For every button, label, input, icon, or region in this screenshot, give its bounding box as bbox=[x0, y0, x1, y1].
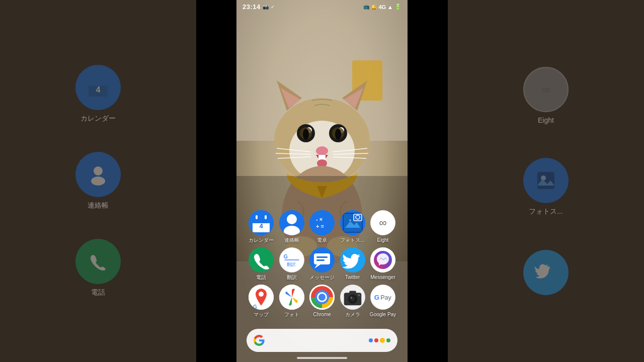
svg-rect-87 bbox=[349, 291, 356, 294]
app-contacts-label: 連絡帳 bbox=[284, 237, 299, 243]
search-bar[interactable] bbox=[247, 329, 397, 352]
app-maps[interactable]: G マップ bbox=[247, 285, 276, 318]
svg-rect-42 bbox=[253, 217, 270, 220]
home-indicator[interactable] bbox=[297, 357, 347, 359]
app-calc-label: 電卓 bbox=[317, 237, 327, 243]
app-messages[interactable]: メッセージ bbox=[307, 247, 337, 281]
svg-text:G: G bbox=[374, 294, 379, 301]
svg-point-24 bbox=[316, 146, 328, 155]
bg-photos-bg: フォトス... bbox=[523, 158, 569, 216]
status-icons: 📺 🔔 4G ▲ 🔋 bbox=[363, 4, 401, 10]
bg-contacts: 連絡帳 bbox=[75, 152, 121, 210]
app-twitter-label: Twitter bbox=[345, 275, 360, 281]
app-gpay[interactable]: G Pay Google Pay bbox=[368, 285, 397, 318]
screen-cast-icon: 📺 bbox=[363, 4, 369, 10]
app-phone-label: 電話 bbox=[256, 275, 266, 281]
app-camera[interactable]: カメラ bbox=[338, 285, 367, 318]
bg-phone: 電話 bbox=[75, 239, 121, 297]
svg-text:G: G bbox=[283, 253, 287, 259]
app-eight[interactable]: ∞ Eight bbox=[368, 210, 397, 243]
svg-rect-49 bbox=[309, 210, 335, 235]
svg-text:+  =: + = bbox=[316, 223, 324, 229]
svg-point-47 bbox=[287, 214, 297, 224]
app-contacts[interactable]: 連絡帳 bbox=[277, 210, 306, 243]
svg-text:-  ×: - × bbox=[316, 216, 323, 222]
svg-point-74 bbox=[259, 292, 264, 297]
svg-text:4: 4 bbox=[96, 85, 101, 94]
background-left: 4 カレンダー 連絡帳 電話 bbox=[0, 0, 196, 362]
svg-rect-66 bbox=[314, 253, 330, 264]
background-right: ∞ Eight フォトス... bbox=[448, 0, 644, 362]
svg-point-57 bbox=[356, 215, 360, 219]
svg-rect-26 bbox=[321, 155, 326, 160]
app-row-3: G マップ フォト bbox=[247, 285, 397, 318]
bg-eight: ∞ Eight bbox=[523, 67, 569, 124]
svg-rect-45 bbox=[265, 215, 267, 219]
app-calendar[interactable]: 4 カレンダー bbox=[247, 210, 276, 243]
svg-rect-44 bbox=[256, 215, 258, 219]
svg-point-80 bbox=[318, 294, 326, 301]
check-icon: ✓ bbox=[271, 4, 275, 10]
app-row-1: 4 カレンダー 連絡帳 bbox=[247, 210, 397, 243]
status-time: 23:14 bbox=[243, 3, 261, 11]
svg-point-88 bbox=[358, 294, 360, 296]
app-pinwheel[interactable]: フォト bbox=[277, 285, 306, 318]
app-photos[interactable]: フォトス... bbox=[338, 210, 367, 243]
svg-text:Pay: Pay bbox=[380, 294, 391, 301]
app-chrome-label: Chrome bbox=[313, 312, 331, 318]
app-twitter[interactable]: Twitter bbox=[338, 247, 367, 281]
app-translate[interactable]: G 翻訳 翻訳 bbox=[277, 247, 306, 281]
app-messenger[interactable]: Messenger bbox=[368, 247, 397, 281]
app-camera-label: カメラ bbox=[345, 312, 360, 318]
app-calendar-label: カレンダー bbox=[249, 237, 274, 243]
app-eight-label: Eight bbox=[377, 237, 389, 243]
app-pinwheel-label: フォト bbox=[284, 312, 299, 318]
svg-point-3 bbox=[94, 166, 103, 175]
google-logo bbox=[254, 335, 265, 346]
app-chrome[interactable]: Chrome bbox=[307, 285, 337, 318]
svg-point-23 bbox=[335, 129, 341, 140]
signal-icon: ▲ bbox=[387, 4, 393, 10]
svg-point-6 bbox=[541, 175, 546, 180]
svg-rect-5 bbox=[537, 172, 554, 189]
svg-text:4: 4 bbox=[259, 222, 263, 230]
svg-point-86 bbox=[350, 297, 352, 299]
phone-screen: 23:14 📷 ✓ 📺 🔔 4G ▲ 🔋 bbox=[236, 0, 408, 362]
svg-rect-69 bbox=[316, 259, 325, 261]
bg-calendar: 4 カレンダー bbox=[75, 65, 121, 123]
svg-text:∞: ∞ bbox=[379, 217, 386, 228]
camera-status-icon: 📷 bbox=[263, 4, 269, 10]
svg-rect-68 bbox=[316, 256, 328, 258]
app-gpay-label: Google Pay bbox=[370, 312, 396, 318]
app-row-2: 電話 G 翻訳 翻訳 bbox=[247, 247, 397, 281]
svg-text:G: G bbox=[253, 304, 257, 310]
icons-area: 4 カレンダー 連絡帳 bbox=[236, 210, 408, 322]
svg-point-55 bbox=[349, 220, 351, 221]
svg-text:翻訳: 翻訳 bbox=[287, 262, 296, 267]
google-assistant-icon bbox=[369, 338, 390, 343]
svg-point-22 bbox=[303, 129, 309, 140]
app-phone[interactable]: 電話 bbox=[247, 247, 276, 281]
battery-icon: 🔋 bbox=[394, 4, 401, 10]
app-photos-label: フォトス... bbox=[340, 237, 364, 243]
app-messages-label: メッセージ bbox=[309, 275, 335, 281]
status-bar: 23:14 📷 ✓ 📺 🔔 4G ▲ 🔋 bbox=[236, 0, 408, 13]
network-label: 4G bbox=[378, 4, 386, 10]
app-translate-label: 翻訳 bbox=[287, 275, 297, 281]
svg-point-4 bbox=[91, 176, 105, 186]
app-messenger-label: Messenger bbox=[370, 275, 395, 281]
vibrate-icon: 🔔 bbox=[371, 4, 377, 10]
svg-rect-60 bbox=[249, 247, 274, 273]
app-maps-label: マップ bbox=[254, 312, 269, 318]
app-calc[interactable]: - × + = 電卓 bbox=[307, 210, 337, 243]
bg-twitter-bg bbox=[523, 250, 569, 295]
